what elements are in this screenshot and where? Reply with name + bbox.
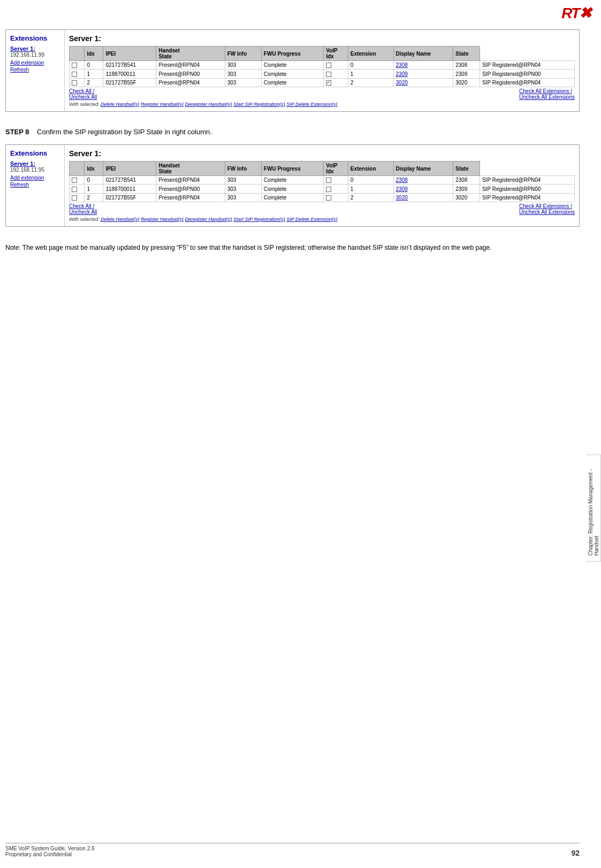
check-all-link-1[interactable]: Check All / bbox=[69, 88, 94, 94]
row-checkbox[interactable] bbox=[70, 185, 85, 193]
with-selected-2: With selected: Delete Handset(s) Registe… bbox=[69, 217, 575, 222]
col-ipei: IPEI bbox=[103, 47, 156, 61]
add-extension-link-1[interactable]: Add extension bbox=[10, 60, 60, 66]
row-voip-idx: 0 bbox=[348, 176, 393, 185]
row-voip-checkbox[interactable] bbox=[324, 70, 348, 78]
col-ipei: IPEI bbox=[103, 162, 156, 176]
register-handsets-1[interactable]: Register Handset(s) bbox=[141, 102, 184, 107]
row-display-name: 2308 bbox=[453, 61, 480, 70]
step8-block: STEP 8 Confirm the SIP registration by S… bbox=[5, 128, 580, 136]
row-fwu-progress: Complete bbox=[261, 185, 323, 193]
row-voip-checkbox[interactable] bbox=[324, 176, 348, 185]
row-ipei: 1188700011 bbox=[103, 185, 156, 193]
row-voip-checkbox[interactable] bbox=[324, 78, 348, 87]
row-idx: 1 bbox=[85, 185, 103, 193]
table-row: 0 021727B541 Present@RPN04 303 Complete … bbox=[70, 176, 575, 185]
check-all-link-2[interactable]: Check All / bbox=[69, 203, 94, 209]
extensions-panel-1: Extensions Server 1: 192.168.11.99 Add e… bbox=[5, 29, 580, 112]
col-voip-idx: VoIPIdx bbox=[324, 47, 348, 61]
col-extension: Extension bbox=[348, 162, 393, 176]
row-fw-info: 303 bbox=[225, 61, 261, 70]
uncheck-all-link-1[interactable]: Uncheck All bbox=[69, 94, 97, 100]
table-row: 1 1188700011 Present@RPN00 303 Complete … bbox=[70, 185, 575, 193]
row-ipei: 021727B541 bbox=[103, 61, 156, 70]
uncheck-all-ext-link-2[interactable]: Uncheck All Extensions bbox=[519, 209, 575, 215]
col-idx: Idx bbox=[85, 162, 103, 176]
col-fwu-progress: FWU Progress bbox=[261, 47, 323, 61]
row-voip-checkbox[interactable] bbox=[324, 193, 348, 202]
add-extension-link-2[interactable]: Add extension bbox=[10, 175, 60, 181]
row-state: SIP Registered@RPN04 bbox=[480, 193, 574, 202]
table-row: 1 1188700011 Present@RPN00 303 Complete … bbox=[70, 70, 575, 78]
col-fwu-progress: FWU Progress bbox=[261, 162, 323, 176]
row-idx: 2 bbox=[85, 78, 103, 87]
row-voip-checkbox[interactable] bbox=[324, 185, 348, 193]
check-all-ext-link-1[interactable]: Check All Extensions / bbox=[519, 88, 572, 94]
row-voip-checkbox[interactable] bbox=[324, 61, 348, 70]
deregister-handsets-2[interactable]: Deregister Handset(s) bbox=[185, 217, 232, 222]
row-ipei: 021727B55F bbox=[103, 78, 156, 87]
delete-handsets-2[interactable]: Delete Handset(s) bbox=[101, 217, 140, 222]
row-extension: 3020 bbox=[393, 78, 453, 87]
note-text: Note: The web page must be manually upda… bbox=[5, 243, 580, 253]
row-state: SIP Registered@RPN04 bbox=[480, 78, 574, 87]
start-sip-reg-1[interactable]: Start SIP Registration(s) bbox=[233, 102, 285, 107]
col-checkbox bbox=[70, 162, 85, 176]
sip-delete-ext-2[interactable]: SIP Delete Extension(s) bbox=[286, 217, 337, 222]
extensions-table-2: Idx IPEI HandsetState FW Info FWU Progre… bbox=[69, 161, 575, 202]
col-idx: Idx bbox=[85, 47, 103, 61]
register-handsets-2[interactable]: Register Handset(s) bbox=[141, 217, 184, 222]
row-idx: 0 bbox=[85, 176, 103, 185]
table-row: 0 021727B541 Present@RPN04 303 Complete … bbox=[70, 61, 575, 70]
col-extension: Extension bbox=[348, 47, 393, 61]
row-handset-state: Present@RPN00 bbox=[156, 70, 225, 78]
table-row: 2 021727B55F Present@RPN04 303 Complete … bbox=[70, 193, 575, 202]
check-all-ext-link-2[interactable]: Check All Extensions / bbox=[519, 203, 572, 209]
uncheck-all-link-2[interactable]: Uncheck All bbox=[69, 209, 97, 215]
row-state: SIP Registered@RPN04 bbox=[480, 61, 574, 70]
row-fwu-progress: Complete bbox=[261, 61, 323, 70]
delete-handsets-1[interactable]: Delete Handset(s) bbox=[101, 102, 140, 107]
row-idx: 0 bbox=[85, 61, 103, 70]
row-checkbox[interactable] bbox=[70, 61, 85, 70]
col-display-name: Display Name bbox=[393, 47, 453, 61]
row-checkbox[interactable] bbox=[70, 78, 85, 87]
rtx-logo: RT✖ bbox=[561, 4, 590, 22]
row-display-name: 2308 bbox=[453, 176, 480, 185]
row-checkbox[interactable] bbox=[70, 70, 85, 78]
row-handset-state: Present@RPN04 bbox=[156, 61, 225, 70]
col-voip-idx: VoIPIdx bbox=[324, 162, 348, 176]
footer-left: SME VoIP System Guide, Version 2.6 Propr… bbox=[5, 846, 95, 857]
uncheck-all-ext-link-1[interactable]: Uncheck All Extensions bbox=[519, 94, 575, 100]
row-extension: 2308 bbox=[393, 61, 453, 70]
row-checkbox[interactable] bbox=[70, 193, 85, 202]
row-display-name: 2309 bbox=[453, 70, 480, 78]
row-fwu-progress: Complete bbox=[261, 193, 323, 202]
start-sip-reg-2[interactable]: Start SIP Registration(s) bbox=[233, 217, 285, 222]
row-display-name: 2309 bbox=[453, 185, 480, 193]
refresh-link-2[interactable]: Refresh bbox=[10, 182, 60, 188]
table-area-1: Server 1: Idx IPEI HandsetState FW Info … bbox=[65, 30, 579, 111]
row-ipei: 021727B55F bbox=[103, 193, 156, 202]
row-extension: 2309 bbox=[393, 70, 453, 78]
check-all-extensions-1: Check All Extensions / Uncheck All Exten… bbox=[519, 88, 575, 100]
server-link-2[interactable]: Server 1: bbox=[10, 160, 60, 167]
row-fwu-progress: Complete bbox=[261, 70, 323, 78]
server-ip-2: 192.168.11.95 bbox=[10, 167, 60, 173]
sip-delete-ext-1[interactable]: SIP Delete Extension(s) bbox=[286, 102, 337, 107]
row-idx: 1 bbox=[85, 70, 103, 78]
col-checkbox bbox=[70, 47, 85, 61]
row-voip-idx: 2 bbox=[348, 193, 393, 202]
check-uncheck-all-1: Check All / Uncheck All bbox=[69, 88, 97, 100]
deregister-handsets-1[interactable]: Deregister Handset(s) bbox=[185, 102, 232, 107]
row-checkbox[interactable] bbox=[70, 176, 85, 185]
row-state: SIP Registered@RPN00 bbox=[480, 185, 574, 193]
row-voip-idx: 2 bbox=[348, 78, 393, 87]
step8-label: STEP 8 bbox=[5, 128, 29, 136]
row-fw-info: 303 bbox=[225, 78, 261, 87]
row-handset-state: Present@RPN04 bbox=[156, 78, 225, 87]
col-state: State bbox=[453, 162, 480, 176]
server-link-1[interactable]: Server 1: bbox=[10, 45, 60, 52]
row-voip-idx: 1 bbox=[348, 70, 393, 78]
refresh-link-1[interactable]: Refresh bbox=[10, 67, 60, 73]
